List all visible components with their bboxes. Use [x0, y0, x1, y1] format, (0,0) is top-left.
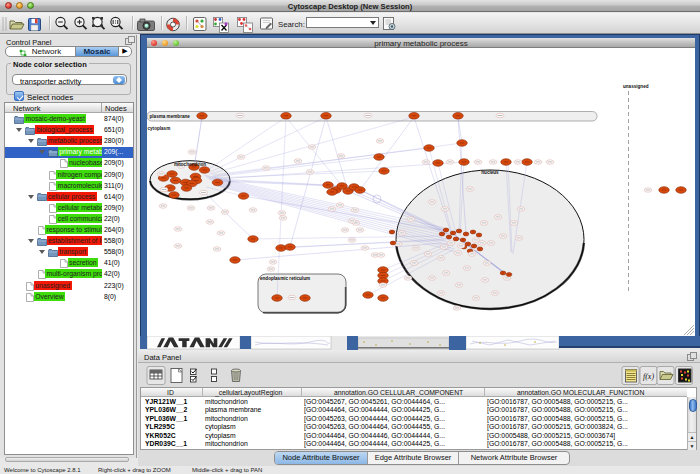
svg-text:plasma membrane: plasma membrane	[150, 114, 191, 119]
svg-text:mitochondrion: mitochondrion	[174, 162, 206, 167]
svg-text:nucleus: nucleus	[481, 170, 499, 175]
svg-text:endoplasmic reticulum: endoplasmic reticulum	[260, 276, 310, 281]
svg-text:f(x): f(x)	[643, 372, 654, 381]
svg-text:unassigned: unassigned	[623, 84, 649, 89]
svg-text:cytoplasm: cytoplasm	[148, 126, 171, 131]
